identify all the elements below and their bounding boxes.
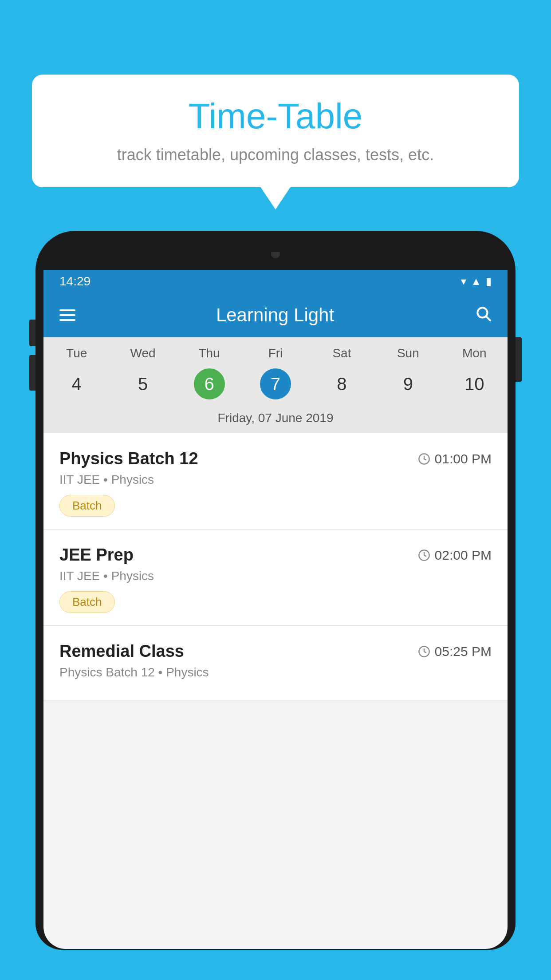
signal-icon: ▲ — [471, 275, 481, 288]
clock-icon-1 — [418, 453, 430, 465]
class-name-2: JEE Prep — [59, 545, 134, 565]
batch-badge-2: Batch — [59, 591, 115, 613]
date-8[interactable]: 8 — [309, 368, 375, 399]
clock-icon-3 — [418, 645, 430, 658]
day-label-tue: Tue — [43, 346, 110, 360]
status-time: 14:29 — [59, 274, 91, 288]
class-time-3: 05:25 PM — [418, 644, 492, 659]
class-name-1: Physics Batch 12 — [59, 449, 198, 468]
class-subject-2: IIT JEE • Physics — [59, 569, 492, 583]
date-5[interactable]: 5 — [110, 368, 176, 399]
speech-bubble: Time-Table track timetable, upcoming cla… — [32, 75, 519, 187]
power-button[interactable] — [516, 337, 522, 382]
class-item-remedial[interactable]: Remedial Class 05:25 PM Physics Batch 12… — [43, 626, 508, 700]
phone-screen: 14:29 ▾ ▲ ▮ Learning Light — [43, 270, 508, 949]
app-title: Learning Light — [90, 304, 460, 326]
phone-outer: 14:29 ▾ ▲ ▮ Learning Light — [35, 231, 516, 950]
class-item-jee-prep[interactable]: JEE Prep 02:00 PM IIT JEE • Physics Batc… — [43, 530, 508, 626]
day-label-fri: Fri — [242, 346, 308, 360]
search-icon[interactable] — [475, 305, 492, 326]
class-time-1: 01:00 PM — [418, 451, 492, 466]
bubble-title: Time-Table — [53, 96, 498, 137]
day-label-sat: Sat — [309, 346, 375, 360]
day-label-sun: Sun — [375, 346, 441, 360]
class-item-header-3: Remedial Class 05:25 PM — [59, 642, 492, 661]
date-7-selected[interactable]: 7 — [260, 368, 291, 399]
volume-up-button[interactable] — [29, 320, 35, 346]
svg-line-1 — [486, 316, 490, 320]
date-4[interactable]: 4 — [43, 368, 110, 399]
day-label-wed: Wed — [110, 346, 176, 360]
bubble-subtitle: track timetable, upcoming classes, tests… — [53, 146, 498, 164]
day-label-mon: Mon — [441, 346, 508, 360]
date-6-today[interactable]: 6 — [194, 368, 225, 399]
notch — [258, 239, 293, 252]
status-icons: ▾ ▲ ▮ — [461, 275, 492, 288]
phone-frame: 14:29 ▾ ▲ ▮ Learning Light — [35, 231, 516, 980]
date-9[interactable]: 9 — [375, 368, 441, 399]
status-bar: 14:29 ▾ ▲ ▮ — [43, 270, 508, 293]
clock-icon-2 — [418, 549, 430, 561]
battery-icon: ▮ — [486, 275, 492, 288]
day-numbers: 4 5 6 7 8 9 10 — [43, 365, 508, 407]
hamburger-icon[interactable] — [59, 309, 75, 321]
calendar-header: Tue Wed Thu Fri Sat Sun Mon 4 5 6 7 8 9 … — [43, 337, 508, 433]
class-subject-1: IIT JEE • Physics — [59, 473, 492, 487]
class-item-header-2: JEE Prep 02:00 PM — [59, 545, 492, 565]
selected-date-label: Friday, 07 June 2019 — [43, 407, 508, 433]
wifi-icon: ▾ — [461, 275, 466, 288]
class-time-2: 02:00 PM — [418, 548, 492, 563]
app-bar: Learning Light — [43, 293, 508, 337]
volume-down-button[interactable] — [29, 355, 35, 391]
day-label-thu: Thu — [176, 346, 242, 360]
phone-top-bar — [43, 239, 508, 270]
date-10[interactable]: 10 — [441, 368, 508, 399]
day-labels: Tue Wed Thu Fri Sat Sun Mon — [43, 346, 508, 365]
class-name-3: Remedial Class — [59, 642, 184, 661]
class-item-header-1: Physics Batch 12 01:00 PM — [59, 449, 492, 468]
classes-list: Physics Batch 12 01:00 PM IIT JEE • Phys… — [43, 433, 508, 700]
class-subject-3: Physics Batch 12 • Physics — [59, 665, 492, 680]
class-item-physics-batch-12[interactable]: Physics Batch 12 01:00 PM IIT JEE • Phys… — [43, 433, 508, 530]
batch-badge-1: Batch — [59, 495, 115, 517]
